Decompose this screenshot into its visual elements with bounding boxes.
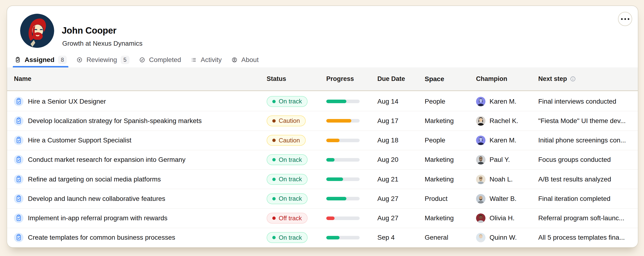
- tab-count-badge: 8: [58, 56, 67, 64]
- status-dot-icon: [272, 216, 276, 220]
- tab-about[interactable]: About: [230, 52, 260, 68]
- progress-cell: [326, 236, 377, 240]
- champion-name: Walter B.: [490, 195, 516, 202]
- column-header-space: Space: [425, 75, 476, 83]
- progress-bar: [326, 178, 360, 181]
- champion-avatar: [476, 155, 486, 164]
- info-icon[interactable]: [570, 76, 576, 82]
- tab-completed[interactable]: Completed: [137, 52, 183, 68]
- status-cell: On track: [267, 193, 326, 204]
- progress-bar: [326, 197, 360, 200]
- next-step: "Fiesta Mode" UI theme dev...: [538, 117, 638, 125]
- champion-cell: Noah L.: [476, 174, 538, 184]
- champion-cell: Olivia H.: [476, 214, 538, 223]
- task-name-cell: Hire a Senior UX Designer: [7, 97, 267, 106]
- champion-name: Olivia H.: [490, 214, 514, 222]
- task-name: Implement in-app referral program with r…: [28, 214, 168, 222]
- champion-avatar: [476, 116, 486, 126]
- table-row[interactable]: Refine ad targeting on social media plat…: [7, 170, 638, 189]
- task-name: Hire a Senior UX Designer: [28, 98, 106, 105]
- tab-activity[interactable]: Activity: [189, 52, 223, 68]
- status-cell: Off track: [267, 213, 326, 224]
- champion-avatar: [476, 136, 486, 145]
- task-icon: [14, 233, 24, 242]
- status-dot-icon: [272, 197, 276, 200]
- profile-card: John Cooper Growth at Nexus Dynamics Ass…: [6, 6, 638, 248]
- column-header-due-date: Due Date: [377, 75, 425, 82]
- space: People: [425, 136, 476, 144]
- table-row[interactable]: Implement in-app referral program with r…: [7, 208, 638, 228]
- column-header-champion: Champion: [476, 75, 538, 82]
- task-icon: [14, 214, 24, 223]
- profile-avatar: [20, 14, 54, 48]
- table-row[interactable]: Develop and launch new collaborative fea…: [7, 189, 638, 208]
- column-header-name: Name: [7, 75, 267, 82]
- task-icon: [14, 97, 24, 106]
- tab-bar: Assigned8Reviewing5CompletedActivityAbou…: [13, 52, 260, 68]
- table-row[interactable]: Develop localization strategy for Spanis…: [7, 111, 638, 130]
- space: Marketing: [425, 214, 476, 222]
- column-header-next-step: Next step: [538, 75, 638, 82]
- task-name: Create templates for common business pro…: [28, 234, 175, 241]
- champion-cell: Rachel K.: [476, 116, 538, 126]
- task-name-cell: Hire a Customer Support Specialist: [7, 136, 267, 145]
- progress-bar: [326, 139, 360, 142]
- ellipsis-icon: [621, 18, 623, 20]
- status-dot-icon: [272, 119, 276, 122]
- tab-assigned[interactable]: Assigned8: [13, 52, 68, 68]
- tab-reviewing[interactable]: Reviewing5: [74, 52, 131, 68]
- due-date: Sep 4: [377, 234, 425, 241]
- due-date: Aug 17: [377, 117, 425, 125]
- tab-label: Assigned: [24, 56, 54, 64]
- user-circle-icon: [231, 56, 238, 63]
- next-step: Initial phone screenings con...: [538, 136, 638, 144]
- progress-bar: [326, 119, 360, 122]
- champion-cell: Karen M.: [476, 136, 538, 145]
- task-icon: [14, 174, 24, 184]
- progress-cell: [326, 119, 377, 122]
- progress-cell: [326, 197, 377, 200]
- champion-avatar: [476, 174, 486, 184]
- task-name: Hire a Customer Support Specialist: [28, 136, 131, 144]
- table-header: NameStatusProgressDue DateSpaceChampionN…: [7, 68, 638, 91]
- task-icon: [14, 155, 24, 164]
- status-cell: Caution: [267, 116, 326, 126]
- due-date: Aug 27: [377, 195, 425, 202]
- champion-name: Karen M.: [490, 136, 516, 144]
- status-badge: Caution: [267, 116, 306, 126]
- person-name: John Cooper: [62, 26, 116, 36]
- champion-cell: Paul Y.: [476, 155, 538, 164]
- tab-label: About: [241, 56, 258, 64]
- progress-bar: [326, 236, 360, 240]
- status-badge: On track: [267, 174, 308, 185]
- progress-cell: [326, 216, 377, 220]
- next-step: A/B test results analyzed: [538, 176, 638, 183]
- clipboard-check-icon: [14, 56, 21, 63]
- table-row[interactable]: Create templates for common business pro…: [7, 228, 638, 247]
- status-badge: On track: [267, 154, 308, 165]
- champion-name: Karen M.: [490, 98, 516, 105]
- status-dot-icon: [272, 236, 276, 239]
- champion-cell: Quinn W.: [476, 233, 538, 242]
- status-dot-icon: [272, 139, 276, 142]
- list-icon: [190, 56, 197, 63]
- champion-name: Rachel K.: [490, 117, 518, 125]
- table-body: Hire a Senior UX Designer On track Aug 1…: [7, 92, 638, 247]
- due-date: Aug 27: [377, 214, 425, 222]
- table-row[interactable]: Conduct market research for expansion in…: [7, 150, 638, 170]
- champion-avatar: [476, 97, 486, 106]
- status-cell: On track: [267, 154, 326, 165]
- task-name-cell: Implement in-app referral program with r…: [7, 214, 267, 223]
- task-icon: [14, 116, 24, 126]
- more-options-button[interactable]: [618, 12, 632, 26]
- status-badge: Caution: [267, 135, 306, 146]
- profile-header: John Cooper Growth at Nexus Dynamics Ass…: [7, 6, 638, 68]
- table-row[interactable]: Hire a Senior UX Designer On track Aug 1…: [7, 92, 638, 111]
- task-name: Conduct market research for expansion in…: [28, 156, 186, 164]
- table-row[interactable]: Hire a Customer Support Specialist Cauti…: [7, 130, 638, 150]
- space: Product: [425, 195, 476, 202]
- progress-bar: [326, 100, 360, 103]
- space: Marketing: [425, 176, 476, 183]
- space: People: [425, 98, 476, 105]
- champion-name: Noah L.: [490, 176, 513, 183]
